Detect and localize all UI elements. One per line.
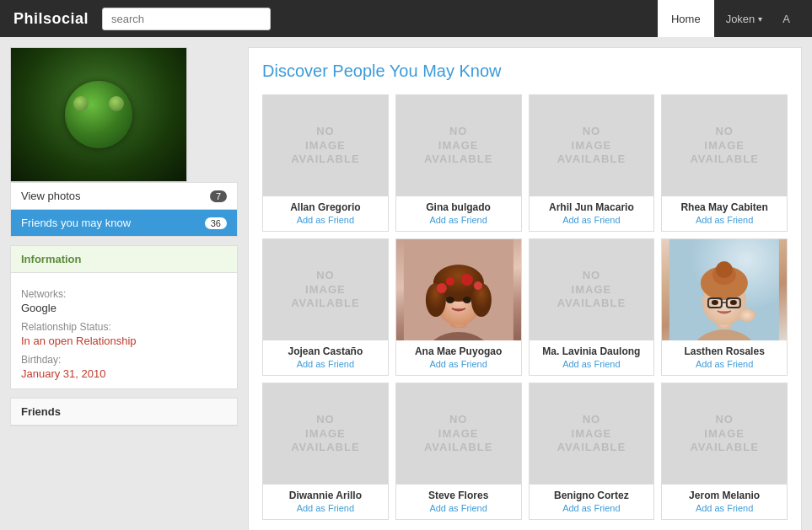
person-info: Diwannie Arillo Add as Friend: [263, 484, 388, 519]
friends-you-may-know-button[interactable]: Friends you may know 36: [11, 210, 237, 236]
information-header: Information: [11, 246, 237, 273]
person-info: Benigno Cortez Add as Friend: [530, 484, 654, 519]
add-friend-link[interactable]: Add as Friend: [297, 359, 354, 369]
person-card: Ana Mae Puyogao Add as Friend: [395, 238, 522, 376]
person-photo-no-image: NOIMAGEAVAILABLE: [263, 95, 388, 196]
person-name: Lasthen Rosales: [669, 345, 780, 357]
home-button[interactable]: Home: [658, 0, 714, 37]
person-name: Jojean Castaño: [270, 345, 381, 357]
person-info: Jerom Melanio Add as Friend: [662, 484, 787, 519]
svg-point-12: [463, 297, 471, 303]
no-image-text: NOIMAGEAVAILABLE: [690, 413, 758, 456]
information-section: Information Networks: Google Relationshi…: [10, 245, 238, 389]
person-card: NOIMAGEAVAILABLE Benigno Cortez Add as F…: [529, 383, 655, 520]
friends-header: Friends: [11, 399, 237, 426]
birthday-label: Birthday:: [21, 354, 227, 366]
person-info: Lasthen Rosales Add as Friend: [662, 340, 787, 375]
user-name: Joken: [726, 13, 756, 25]
person-name: Rhea May Cabiten: [669, 201, 780, 213]
bug-eye-right: [109, 96, 124, 111]
person-info: Jojean Castaño Add as Friend: [263, 340, 388, 375]
search-input[interactable]: [102, 8, 271, 30]
person-info: Rhea May Cabiten Add as Friend: [662, 196, 787, 231]
svg-point-7: [437, 283, 447, 293]
person-card: NOIMAGEAVAILABLE Gina bulgado Add as Fri…: [395, 94, 522, 232]
person-name: Steve Flores: [403, 490, 514, 501]
add-friend-link[interactable]: Add as Friend: [696, 215, 753, 225]
friends-section: Friends: [10, 398, 238, 426]
person-photo-no-image: NOIMAGEAVAILABLE: [662, 95, 787, 196]
person-photo-no-image: NOIMAGEAVAILABLE: [396, 383, 521, 484]
svg-point-19: [716, 261, 733, 278]
person-name: Ma. Lavinia Daulong: [536, 345, 648, 357]
no-image-text: NOIMAGEAVAILABLE: [690, 125, 758, 168]
profile-photo: [10, 47, 187, 182]
add-friend-link[interactable]: Add as Friend: [429, 215, 487, 225]
svg-point-11: [446, 297, 454, 303]
view-photos-label: View photos: [21, 190, 81, 202]
friends-label: Friends you may know: [21, 217, 131, 229]
person-card: NOIMAGEAVAILABLE Rhea May Cabiten Add as…: [661, 94, 788, 232]
add-friend-link[interactable]: Add as Friend: [562, 503, 620, 513]
networks-value: Google: [21, 302, 227, 314]
person-name: Allan Gregorio: [270, 201, 381, 213]
add-friend-link[interactable]: Add as Friend: [696, 503, 753, 513]
person-info: Ma. Lavinia Daulong Add as Friend: [530, 340, 654, 375]
navbar: Philsocial Home Joken ▾ A: [0, 0, 812, 37]
person-photo-ana: [396, 239, 521, 340]
add-friend-link[interactable]: Add as Friend: [297, 503, 354, 513]
person-photo-no-image: NOIMAGEAVAILABLE: [662, 383, 787, 484]
add-friend-link[interactable]: Add as Friend: [562, 359, 620, 369]
person-card: NOIMAGEAVAILABLE Ma. Lavinia Daulong Add…: [529, 238, 655, 376]
networks-label: Networks:: [21, 288, 227, 300]
svg-point-10: [474, 281, 482, 290]
add-friend-link[interactable]: Add as Friend: [429, 503, 487, 513]
person-info: Allan Gregorio Add as Friend: [263, 196, 388, 231]
no-image-text: NOIMAGEAVAILABLE: [291, 413, 359, 456]
sidebar: View photos 7 Friends you may know 36 In…: [10, 47, 238, 530]
no-image-text: NOIMAGEAVAILABLE: [291, 269, 359, 312]
person-name: Benigno Cortez: [536, 490, 648, 501]
add-friend-link[interactable]: Add as Friend: [297, 215, 354, 225]
svg-point-8: [446, 277, 454, 286]
people-grid: NOIMAGEAVAILABLE Allan Gregorio Add as F…: [262, 94, 788, 520]
person-name: Ana Mae Puyogao: [403, 345, 514, 357]
person-card: NOIMAGEAVAILABLE Jojean Castaño Add as F…: [262, 238, 389, 376]
person-card: Lasthen Rosales Add as Friend: [661, 238, 788, 376]
relationship-label: Relationship Status:: [21, 321, 227, 333]
svg-point-25: [739, 308, 756, 322]
person-photo-no-image: NOIMAGEAVAILABLE: [530, 239, 654, 340]
navbar-right: Home Joken ▾ A: [658, 0, 799, 37]
relationship-value: In an open Relationship: [21, 335, 227, 347]
no-image-text: NOIMAGEAVAILABLE: [557, 413, 626, 456]
bug-eye-left: [73, 96, 89, 111]
svg-point-23: [712, 300, 718, 305]
main-layout: View photos 7 Friends you may know 36 In…: [0, 37, 812, 530]
person-photo-no-image: NOIMAGEAVAILABLE: [263, 383, 388, 484]
person-photo-no-image: NOIMAGEAVAILABLE: [530, 383, 654, 484]
person-photo-no-image: NOIMAGEAVAILABLE: [396, 95, 521, 196]
add-friend-link[interactable]: Add as Friend: [429, 359, 487, 369]
svg-point-9: [461, 274, 473, 286]
other-nav-item[interactable]: A: [774, 6, 799, 32]
person-card: NOIMAGEAVAILABLE Diwannie Arillo Add as …: [262, 383, 389, 520]
chevron-down-icon: ▾: [758, 14, 762, 24]
user-menu[interactable]: Joken ▾: [718, 6, 772, 32]
add-friend-link[interactable]: Add as Friend: [562, 215, 620, 225]
person-card: NOIMAGEAVAILABLE Allan Gregorio Add as F…: [262, 94, 389, 232]
person-card: NOIMAGEAVAILABLE Steve Flores Add as Fri…: [395, 383, 522, 520]
no-image-text: NOIMAGEAVAILABLE: [557, 125, 626, 168]
person-name: Jerom Melanio: [669, 490, 780, 501]
view-photos-button[interactable]: View photos 7: [11, 183, 237, 210]
no-image-text: NOIMAGEAVAILABLE: [424, 413, 492, 456]
person-info: Gina bulgado Add as Friend: [396, 196, 521, 231]
information-body: Networks: Google Relationship Status: In…: [11, 273, 237, 388]
add-friend-link[interactable]: Add as Friend: [696, 359, 753, 369]
person-photo-lasthen: [662, 239, 787, 340]
person-name: Diwannie Arillo: [270, 490, 381, 501]
no-image-text: NOIMAGEAVAILABLE: [557, 269, 626, 312]
no-image-text: NOIMAGEAVAILABLE: [424, 125, 492, 168]
sidebar-meta: View photos 7 Friends you may know 36: [10, 182, 238, 237]
photos-count-badge: 7: [210, 190, 227, 202]
friends-count-badge: 36: [205, 217, 227, 229]
